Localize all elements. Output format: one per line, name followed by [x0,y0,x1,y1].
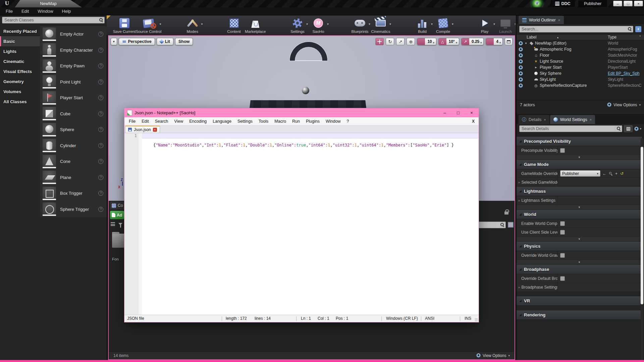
publisher-button[interactable]: Publisher [578,0,607,7]
content-browser-tab[interactable]: Co [110,201,124,209]
save-current-button[interactable]: Save Current ▾ [113,15,136,35]
details-row[interactable]: ▼ ▹World ▾ ← + ↺ [517,210,642,219]
details-row[interactable]: ▼ ▹Game Mode ▾ ← + ↺ [517,160,642,169]
help-icon[interactable]: ? [98,175,103,180]
details-row[interactable]: ▼ ▹Precompute Visibility ▾ ← + ↺ [517,146,642,155]
blueprints-button[interactable]: Blueprints ▾ [350,15,370,35]
place-actor-item[interactable]: Empty Pawn ? [40,58,107,74]
category-lights[interactable]: Lights [0,46,40,56]
grid-snap[interactable]: 10▾ [417,38,436,45]
place-actor-item[interactable]: Sphere Trigger ? [40,201,107,218]
camera-speed[interactable]: 4▾ [486,38,503,45]
view-options-button[interactable]: View Options ▾ [476,353,510,358]
help-icon[interactable]: ? [98,159,103,164]
outliner-row[interactable]: Floor StaticMeshActor [517,52,644,58]
search-classes-input[interactable] [2,17,105,23]
main-menu-item[interactable]: File [1,9,17,14]
details-scrollbar[interactable] [641,138,643,361]
visibility-eye-icon[interactable] [519,83,523,88]
move-tool-button[interactable] [375,38,384,45]
place-actor-item[interactable]: Empty Actor ? [40,26,107,42]
tab-close-icon[interactable]: × [558,18,560,22]
settings-button[interactable]: Settings ▾ [287,15,308,35]
advanced-expander-icon[interactable]: ▼ [578,261,581,264]
category-cinematic[interactable]: Cinematic [0,56,40,66]
details-row[interactable]: ▼ ▹Use Client Side Level S ▾ ← + ↺ [517,228,642,237]
help-icon[interactable]: ? [98,79,103,84]
rotate-tool-button[interactable]: ↻ [386,38,394,45]
details-search-input[interactable] [519,125,622,132]
details-row[interactable]: ▼ ▹ ▾ ← + ↺ [517,260,642,265]
outliner-view-options-button[interactable]: View Options ▾ [607,103,641,107]
notepad-menu-item[interactable]: Plugins [303,119,323,124]
main-menu-item[interactable]: Help [58,9,75,14]
notepad-editor[interactable]: 1 {"Name":"MoonStudio","Int":1,"Float":1… [124,133,479,315]
outliner-row[interactable]: Sky Sphere Edit BP_Sky_Sph [517,70,644,76]
maximize-viewport-button[interactable] [505,38,513,45]
details-tab[interactable]: i Details × [519,115,549,124]
resize-grip[interactable] [475,318,478,321]
browse-back-icon[interactable]: ← [602,171,606,176]
add-new-button[interactable]: Ad [110,211,124,219]
details-row[interactable]: ▼ ▹Precomputed Visibility ▾ ← + ↺ [517,137,642,146]
restore-button[interactable]: □ [624,1,633,6]
save-filter-icon[interactable] [508,222,514,228]
notepad-menu-item[interactable]: Tools [256,119,271,124]
content-button[interactable]: Content ▾ [224,15,245,35]
details-row[interactable]: ▼ ▹GameMode Override Publisher▾ ← + ↺ Pu… [517,169,642,178]
details-row[interactable]: ▼ ▹ ▾ ← + ↺ [517,155,642,160]
outliner-column-header[interactable]: Label▲ Type▼ [517,34,644,40]
notepad-menu-item[interactable]: Language [210,119,234,124]
viewport-options-button[interactable]: ▾ [111,38,117,45]
notepad-titlebar[interactable]: Json.json - Notepad++ [SaoHo] – □ × [124,108,479,117]
category-recently-placed[interactable]: Recently Placed [0,26,40,36]
scale-snap[interactable]: ↗ 0.25▾ [461,38,484,45]
compile-button[interactable]: Compile ▾ [433,15,453,35]
place-actor-item[interactable]: Plane ? [40,170,107,186]
scene-sphere-actor[interactable] [302,87,309,94]
details-row[interactable]: ▼ ▹Broadphase Settings ▾ ← + ↺ [517,283,642,292]
help-icon[interactable]: ? [98,95,103,100]
ddc-button[interactable]: DDC [551,0,575,7]
world-space-button[interactable]: ⊕ [407,38,415,45]
launch-button[interactable]: Launch ▾ [495,15,516,35]
details-row[interactable]: ▼ ▹Enable World Composi ▾ ← + ↺ [517,219,642,228]
notepad-menu-item[interactable]: Run [289,119,303,124]
document-close-button[interactable]: X [472,119,475,124]
show-button[interactable]: Show [175,38,193,45]
visibility-eye-icon[interactable] [519,47,523,52]
modes-button[interactable]: Modes ▾ [182,15,203,35]
world-settings-tab[interactable]: World Settings × [550,115,595,124]
place-actor-item[interactable]: Empty Character ? [40,42,107,58]
find-icon[interactable] [609,172,612,175]
details-row[interactable]: ▼ ▹ ▾ ← + ↺ [517,292,642,296]
outliner-row[interactable]: ▾ NewMap (Editor) World [517,40,644,46]
json-code-line[interactable]: {"Name":"MoonStudio","Int":1,"Float":1,"… [144,133,454,147]
tab-close-icon[interactable]: × [153,128,157,132]
outliner-search-input[interactable] [519,26,633,33]
notepad-menu-item[interactable]: Search [152,119,171,124]
reset-icon[interactable]: ↺ [620,171,624,176]
help-icon[interactable]: ? [98,207,103,212]
details-row[interactable]: ▼ ▹VR ▾ ← + ↺ [517,296,642,306]
tab-close-icon[interactable]: × [544,118,546,122]
document-tab[interactable]: Json.json × [125,126,160,133]
details-row[interactable]: ▼ ▹Lightmass Settings ▾ ← + ↺ [517,196,642,205]
notepad-menu-item[interactable]: Macro [271,119,289,124]
cinematics-button[interactable]: Cinematics ▾ [370,15,391,35]
close-button[interactable]: × [634,1,643,6]
visibility-eye-icon[interactable] [519,65,523,70]
details-row[interactable]: ▼ ▹Broadphase ▾ ← + ↺ [517,265,642,274]
minimize-button[interactable]: – [613,1,622,6]
place-actor-item[interactable]: Player Start ? [40,90,107,106]
help-icon[interactable]: ? [98,127,103,132]
checkbox[interactable] [560,230,565,235]
notepad-maximize-button[interactable]: □ [454,110,463,115]
help-icon[interactable]: ? [98,143,103,148]
notepad-close-button[interactable]: × [467,110,476,115]
rotation-snap[interactable]: △ 10°▾ [438,38,459,45]
tab-close-icon[interactable]: × [590,118,592,122]
outliner-row[interactable]: Player Start PlayerStart [517,64,644,70]
outliner-row[interactable]: Light Source DirectionalLight [517,58,644,64]
type-column-header[interactable]: Type [608,35,616,40]
